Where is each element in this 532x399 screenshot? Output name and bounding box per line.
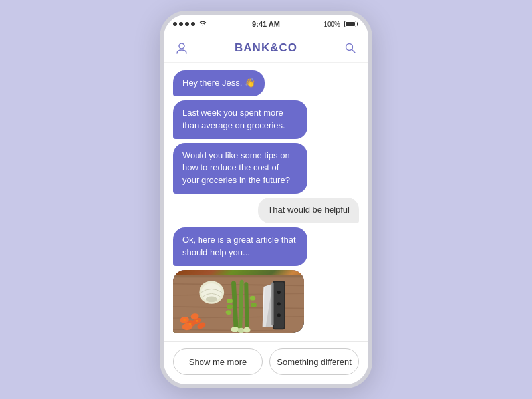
- article-image: [173, 270, 304, 333]
- bottom-bar: Show me more Something different: [164, 341, 368, 384]
- svg-point-33: [206, 296, 217, 302]
- profile-icon[interactable]: [174, 41, 189, 55]
- status-right: 100%: [323, 21, 356, 28]
- svg-point-18: [184, 319, 186, 321]
- battery-percent: 100%: [323, 21, 340, 28]
- svg-rect-9: [173, 275, 304, 277]
- app-header: BANK&CO: [164, 33, 368, 63]
- svg-point-27: [227, 304, 233, 309]
- svg-point-36: [277, 291, 281, 294]
- svg-point-0: [179, 43, 184, 49]
- dot-1: [173, 22, 177, 26]
- svg-point-17: [189, 323, 191, 325]
- svg-point-25: [243, 327, 250, 332]
- signal-dots: [173, 20, 207, 28]
- svg-point-28: [226, 310, 232, 315]
- chat-area: Hey there Jess, 👋 Last week you spent mo…: [164, 63, 368, 341]
- something-different-button[interactable]: Something different: [269, 348, 359, 375]
- article-card[interactable]: Healthy Eating on a Budget: [173, 270, 304, 333]
- battery-fill: [346, 22, 355, 26]
- status-bar: 9:41 AM 100%: [164, 15, 368, 33]
- dot-2: [179, 22, 183, 26]
- svg-rect-40: [271, 282, 273, 325]
- message-2: Last week you spent more than average on…: [173, 100, 307, 139]
- svg-point-19: [196, 320, 198, 322]
- svg-point-38: [277, 313, 281, 317]
- svg-point-37: [277, 302, 281, 305]
- message-4: That would be helpful: [258, 198, 359, 223]
- message-1: Hey there Jess, 👋: [173, 70, 265, 96]
- wifi-icon: [199, 20, 207, 28]
- message-5: Ok, here is a great article that should …: [173, 227, 307, 266]
- app-title: BANK&CO: [235, 41, 297, 55]
- svg-point-30: [251, 303, 257, 307]
- dot-3: [185, 22, 189, 26]
- dot-4: [191, 22, 195, 26]
- show-more-button[interactable]: Show me more: [173, 348, 263, 375]
- message-3: Would you like some tips on how to reduc…: [173, 143, 307, 194]
- phone-frame: 9:41 AM 100% BANK&CO Hey there Jess, 👋: [160, 11, 372, 388]
- svg-point-23: [231, 327, 239, 332]
- battery-icon: [344, 21, 356, 27]
- svg-point-29: [250, 295, 256, 300]
- status-time: 9:41 AM: [252, 20, 280, 28]
- svg-point-26: [227, 299, 233, 303]
- svg-line-2: [352, 49, 355, 53]
- search-icon[interactable]: [343, 41, 358, 55]
